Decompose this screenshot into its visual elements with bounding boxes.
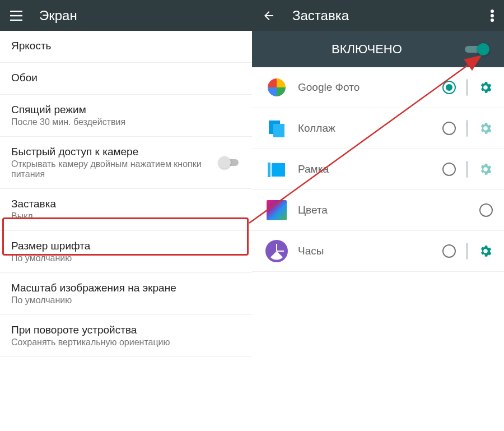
page-title-left: Экран xyxy=(39,8,242,24)
radio-frame[interactable] xyxy=(442,163,456,176)
item-display-scale[interactable]: Масштаб изображения на экране По умолчан… xyxy=(0,273,252,315)
frame-icon xyxy=(263,156,290,183)
hamburger-icon[interactable] xyxy=(10,11,22,21)
item-title: Обои xyxy=(11,72,241,84)
item-subtitle: По умолчанию xyxy=(11,253,241,263)
status-bar: ВКЛЮЧЕНО xyxy=(252,31,504,67)
back-arrow-icon[interactable] xyxy=(262,9,276,22)
divider xyxy=(466,243,468,259)
option-label: Google Фото xyxy=(298,81,435,94)
item-subtitle: По умолчанию xyxy=(11,295,241,305)
status-label: ВКЛЮЧЕНО xyxy=(269,42,465,57)
radio-clock[interactable] xyxy=(442,244,456,258)
item-rotation[interactable]: При повороте устройства Сохранять вертик… xyxy=(0,315,252,357)
option-frame[interactable]: Рамка xyxy=(252,149,504,190)
left-pane: Экран Яркость Обои Спящий режим После 30… xyxy=(0,0,252,431)
divider xyxy=(466,120,468,137)
svg-point-1 xyxy=(491,14,494,17)
google-photos-icon xyxy=(263,74,290,101)
camera-toggle[interactable] xyxy=(220,156,241,169)
item-title: При повороте устройства xyxy=(11,324,241,336)
overflow-menu-icon[interactable] xyxy=(491,10,494,22)
radio-colors[interactable] xyxy=(479,203,493,217)
item-subtitle: Открывать камеру двойным нажатием кнопки… xyxy=(11,159,220,179)
gear-icon[interactable] xyxy=(478,121,493,136)
item-title: Заставка xyxy=(11,198,241,210)
collage-icon xyxy=(263,115,290,142)
gear-icon[interactable] xyxy=(478,244,493,258)
item-wallpaper[interactable]: Обои xyxy=(0,63,252,95)
svg-rect-6 xyxy=(271,163,286,177)
item-title: Быстрый доступ к камере xyxy=(11,146,220,158)
item-title: Масштаб изображения на экране xyxy=(11,282,241,294)
option-label: Коллаж xyxy=(298,122,435,135)
gear-icon[interactable] xyxy=(478,80,493,95)
radio-collage[interactable] xyxy=(442,122,456,135)
divider xyxy=(466,79,468,96)
option-colors[interactable]: Цвета xyxy=(252,190,504,231)
item-subtitle: Сохранять вертикальную ориентацию xyxy=(11,337,241,347)
svg-rect-4 xyxy=(273,124,284,137)
item-title: Спящий режим xyxy=(11,104,241,116)
item-sleep[interactable]: Спящий режим После 30 мин. бездействия xyxy=(0,95,252,137)
screensaver-toggle[interactable] xyxy=(465,43,487,55)
option-label: Рамка xyxy=(298,163,435,175)
appbar-right: Заставка xyxy=(252,0,504,31)
item-screensaver[interactable]: Заставка Выкл. xyxy=(0,189,252,231)
gear-icon[interactable] xyxy=(478,162,493,177)
svg-rect-7 xyxy=(267,200,287,220)
screensaver-options-list: Google Фото Коллаж xyxy=(252,67,504,431)
option-collage[interactable]: Коллаж xyxy=(252,108,504,149)
svg-point-2 xyxy=(491,18,494,22)
item-brightness[interactable]: Яркость xyxy=(0,31,252,63)
radio-google-photos[interactable] xyxy=(442,81,456,94)
item-subtitle: Выкл. xyxy=(11,211,241,221)
appbar-left: Экран xyxy=(0,0,252,31)
item-font-size[interactable]: Размер шрифта По умолчанию xyxy=(0,231,252,273)
option-label: Цвета xyxy=(298,204,472,216)
item-camera-shortcut[interactable]: Быстрый доступ к камере Открывать камеру… xyxy=(0,137,252,189)
option-clock[interactable]: Часы xyxy=(252,231,504,272)
clock-icon xyxy=(263,238,290,265)
page-title-right: Заставка xyxy=(292,8,491,24)
settings-list: Яркость Обои Спящий режим После 30 мин. … xyxy=(0,31,252,431)
divider xyxy=(466,161,468,178)
item-subtitle: После 30 мин. бездействия xyxy=(11,117,241,127)
item-title: Размер шрифта xyxy=(11,240,241,252)
right-pane: Заставка ВКЛЮЧЕНО Google Фото xyxy=(252,0,504,431)
option-label: Часы xyxy=(298,245,435,257)
item-title: Яркость xyxy=(11,40,241,52)
colors-icon xyxy=(263,197,290,224)
option-google-photos[interactable]: Google Фото xyxy=(252,67,504,108)
svg-point-0 xyxy=(491,10,494,13)
